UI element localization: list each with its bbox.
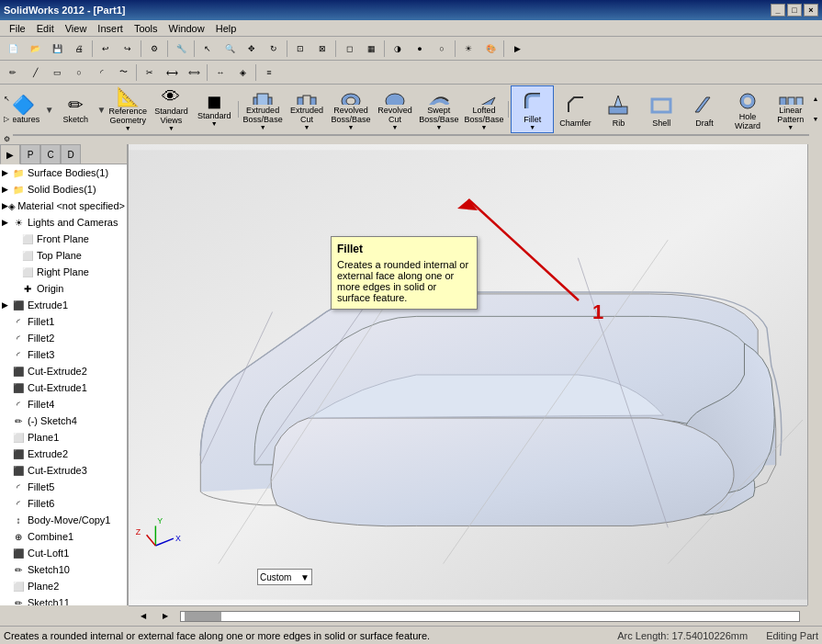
lofted-boss-btn[interactable]: Lofted Boss/Base ▼ — [461, 85, 506, 133]
tree-sketch4[interactable]: ✏ (-) Sketch4 — [0, 412, 127, 429]
tree-top-plane[interactable]: ⬜ Top Plane — [0, 247, 127, 264]
tree-fillet1[interactable]: ◜ Fillet1 — [0, 313, 127, 330]
property-manager-tab[interactable]: P — [20, 144, 40, 164]
mirror-btn[interactable]: ⟺ — [183, 62, 205, 83]
chamfer-btn[interactable]: Chamfer — [554, 85, 597, 133]
horizontal-scrollbar[interactable] — [180, 611, 800, 622]
tree-lights[interactable]: ▶ ☀ Lights and Cameras — [0, 214, 127, 231]
3d-viewport[interactable]: X Y Z Fillet Creates a rounded internal … — [129, 144, 807, 605]
pan-btn[interactable]: ✥ — [241, 39, 263, 59]
tree-cut-extrude1[interactable]: ⬛ Cut-Extrude1 — [0, 379, 127, 396]
wireframe-btn[interactable]: ○ — [431, 39, 453, 59]
menu-window[interactable]: Window — [163, 23, 210, 34]
fillet-btn[interactable]: Fillet ▼ — [511, 85, 554, 133]
options-btn[interactable]: 🔧 — [170, 39, 192, 59]
rib-btn[interactable]: Rib — [597, 85, 640, 133]
lights-btn[interactable]: ☀ — [457, 39, 479, 59]
tree-cut-extrude3[interactable]: ⬛ Cut-Extrude3 — [0, 462, 127, 479]
tree-fillet2[interactable]: ◜ Fillet2 — [0, 330, 127, 346]
open-btn[interactable]: 📂 — [24, 39, 46, 59]
swept-boss-btn[interactable]: Swept Boss/Base ▼ — [416, 85, 461, 133]
linear-pattern-btn[interactable]: Linear Pattern ▼ — [769, 85, 812, 133]
maximize-button[interactable]: □ — [787, 4, 802, 17]
new-btn[interactable]: 📄 — [2, 39, 24, 59]
tree-plane1[interactable]: ⬜ Plane1 — [0, 429, 127, 446]
far-right-icon-2[interactable]: ▼ — [809, 108, 822, 129]
shaded-btn[interactable]: ● — [409, 39, 431, 59]
rect-btn[interactable]: ▭ — [46, 62, 68, 83]
tree-cut-loft1[interactable]: ⬛ Cut-Loft1 — [0, 545, 127, 561]
display-style[interactable]: ◑ — [387, 39, 409, 59]
tree-fillet5[interactable]: ◜ Fillet5 — [0, 479, 127, 495]
tree-fillet6[interactable]: ◜ Fillet6 — [0, 495, 127, 512]
tree-fillet4[interactable]: ◜ Fillet4 — [0, 396, 127, 412]
view-orient[interactable]: ◻ — [338, 39, 360, 59]
titlebar-buttons[interactable]: _ □ × — [771, 4, 818, 17]
menu-view[interactable]: View — [60, 23, 93, 34]
ext-boss-btn[interactable]: Extruded Boss/Base ▼ — [241, 85, 286, 133]
redo-btn[interactable]: ↪ — [117, 39, 139, 59]
extend-btn[interactable]: ⟷ — [161, 62, 183, 83]
dim-expert-tab[interactable]: D — [61, 144, 81, 164]
tree-sketch11[interactable]: ✏ Sketch11 — [0, 594, 127, 605]
sketch-expand[interactable]: ▼ — [97, 86, 107, 132]
close-button[interactable]: × — [804, 4, 818, 17]
view-dropdown[interactable]: Custom ▼ — [257, 569, 312, 585]
line-btn[interactable]: ╱ — [24, 62, 46, 83]
zoom-to-sel[interactable]: ⊠ — [311, 39, 333, 59]
smart-dim[interactable]: ◈ — [231, 62, 253, 83]
tree-right-plane[interactable]: ⬜ Right Plane — [0, 264, 127, 280]
undo-btn[interactable]: ↩ — [95, 39, 117, 59]
tree-body-move[interactable]: ↕ Body-Move/Copy1 — [0, 512, 127, 528]
scrollbar-thumb-h[interactable] — [185, 612, 221, 621]
rev-boss-btn[interactable]: Revolved Boss/Base ▼ — [328, 85, 373, 133]
menu-help[interactable]: Help — [210, 23, 242, 34]
save-btn[interactable]: 💾 — [46, 39, 68, 59]
menu-tools[interactable]: Tools — [129, 23, 163, 34]
spline-btn[interactable]: 〜 — [112, 62, 134, 83]
hole-wizard-btn[interactable]: Hole Wizard — [726, 85, 770, 133]
tasks-btn[interactable]: ▶ — [506, 39, 528, 59]
sketch-btn[interactable]: ✏ — [2, 62, 24, 83]
appear-btn[interactable]: 🎨 — [479, 39, 501, 59]
rev-cut-btn[interactable]: Revolved Cut ▼ — [374, 85, 417, 133]
rebuild-btn[interactable]: ⚙ — [143, 39, 165, 59]
tree-combine1[interactable]: ⊕ Combine1 — [0, 528, 127, 545]
minimize-button[interactable]: _ — [771, 4, 785, 17]
std-views-btn[interactable]: 👁 Standard Views ▼ — [150, 85, 193, 133]
side-icon-2[interactable]: ▷ — [0, 108, 13, 129]
zoom-to-fit[interactable]: ⊡ — [289, 39, 311, 59]
tree-extrude2[interactable]: ⬛ Extrude2 — [0, 446, 127, 462]
bottom-btn-2[interactable]: ▶ — [154, 606, 176, 627]
print-btn[interactable]: 🖨 — [68, 39, 90, 59]
tree-front-plane[interactable]: ⬜ Front Plane — [0, 231, 127, 247]
circle-btn[interactable]: ○ — [68, 62, 90, 83]
far-right-icon-1[interactable]: ▲ — [809, 88, 822, 108]
ext-cut-btn[interactable]: Extruded Cut ▼ — [286, 85, 329, 133]
tree-plane2[interactable]: ⬜ Plane2 — [0, 578, 127, 594]
tree-fillet3[interactable]: ◜ Fillet3 — [0, 346, 127, 363]
select-btn[interactable]: ↖ — [197, 39, 219, 59]
tree-extrude1[interactable]: ▶ ⬛ Extrude1 — [0, 297, 127, 313]
rotate-btn[interactable]: ↻ — [263, 39, 285, 59]
tree-sketch10[interactable]: ✏ Sketch10 — [0, 561, 127, 578]
config-manager-tab[interactable]: C — [40, 144, 61, 164]
tree-origin[interactable]: ✚ Origin — [0, 280, 127, 297]
ref-geom-btn[interactable]: 📐 Reference Geometry ▼ — [107, 85, 151, 133]
tree-solid-bodies[interactable]: ▶ 📁 Solid Bodies(1) — [0, 181, 127, 198]
bottom-btn-1[interactable]: ◀ — [132, 606, 154, 627]
dim-btn[interactable]: ↔ — [209, 62, 231, 83]
arc-btn[interactable]: ◜ — [90, 62, 112, 83]
shell-btn[interactable]: Shell — [640, 85, 683, 133]
zoom-btn[interactable]: 🔍 — [219, 39, 241, 59]
menu-file[interactable]: File — [4, 23, 31, 34]
tree-surface-bodies[interactable]: ▶ 📁 Surface Bodies(1) — [0, 164, 127, 181]
tree-material[interactable]: ▶ ◈ Material <not specified> — [0, 198, 127, 214]
section-view[interactable]: ▦ — [360, 39, 382, 59]
side-icon-1[interactable]: ↖ — [0, 88, 13, 108]
menu-edit[interactable]: Edit — [31, 23, 60, 34]
features-expand[interactable]: ▼ — [45, 86, 54, 132]
draft-btn[interactable]: Draft — [683, 85, 726, 133]
standard-btn[interactable]: ◼ Standard ▼ — [193, 85, 236, 133]
feature-manager-tab[interactable]: ▶ — [0, 144, 20, 164]
